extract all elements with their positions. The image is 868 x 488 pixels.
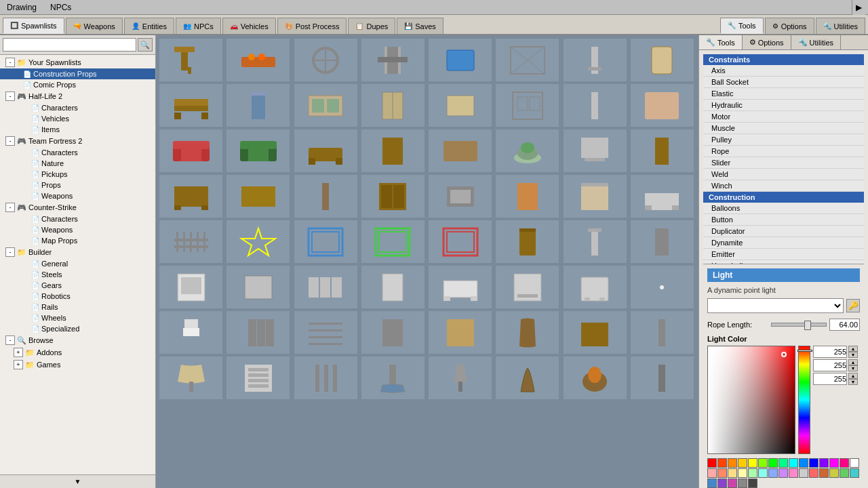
search-button[interactable]: 🔍 [138, 38, 153, 52]
c-duplicator[interactable]: Duplicator [703, 226, 864, 237]
color-swatch[interactable] [707, 468, 717, 478]
grid-item[interactable] [563, 265, 627, 309]
expand-half-life-2[interactable]: - [5, 92, 15, 101]
tree-item-counter-strike[interactable]: - 🎮 Counter-Strike [0, 201, 155, 214]
c-hydraulic[interactable]: Hydraulic [703, 100, 864, 111]
grid-item[interactable] [294, 129, 358, 173]
hue-strip[interactable] [798, 346, 810, 454]
c-rope[interactable]: Rope [703, 146, 864, 157]
color-swatch[interactable] [728, 468, 737, 478]
color-swatch[interactable] [809, 468, 818, 478]
grid-item[interactable] [226, 310, 290, 354]
grid-item[interactable] [226, 220, 290, 264]
color-swatch[interactable] [829, 458, 839, 468]
color-swatch[interactable] [789, 458, 798, 468]
c-slider[interactable]: Slider [703, 157, 864, 169]
tree-item-cs-map-props[interactable]: 📄 Map Props [0, 235, 155, 246]
grid-item[interactable] [630, 310, 694, 354]
grid-item[interactable] [495, 38, 559, 82]
grid-item[interactable] [495, 129, 559, 173]
grid-item[interactable] [563, 38, 627, 82]
color-swatch[interactable] [829, 468, 839, 478]
grid-item[interactable] [563, 356, 627, 400]
grid-item[interactable] [294, 38, 358, 82]
tab-npcs[interactable]: 👥 NPCs [176, 18, 221, 34]
grid-item[interactable] [294, 265, 358, 309]
tree-item-half-life-2[interactable]: - 🎮 Half-Life 2 [0, 90, 155, 102]
expand-games[interactable]: + [14, 360, 23, 369]
c-weld[interactable]: Weld [703, 169, 864, 180]
tree-item-builder-gears[interactable]: 📄 Gears [0, 280, 155, 291]
c-pulley[interactable]: Pulley [703, 134, 864, 146]
color-swatch[interactable] [850, 458, 859, 468]
c-button[interactable]: Button [703, 214, 864, 226]
grid-item[interactable] [294, 220, 358, 264]
grid-item[interactable] [294, 356, 358, 400]
grid-item[interactable] [159, 265, 223, 309]
tree-item-comic-props[interactable]: 📄 Comic Props [0, 79, 155, 90]
tree-item-construction-props[interactable]: 📄 Construction Props [0, 68, 155, 79]
grid-item[interactable] [495, 310, 559, 354]
grid-item[interactable] [563, 83, 627, 127]
tree-item-hl2-characters[interactable]: 📄 Characters [0, 102, 155, 113]
tree-item-your-spawnlists[interactable]: - 📁 Your Spawnlists [0, 56, 155, 68]
grid-item[interactable] [630, 174, 694, 218]
tree-item-builder-specialized[interactable]: 📄 Specialized [0, 323, 155, 334]
grid-item[interactable] [495, 174, 559, 218]
tab-vehicles[interactable]: 🚗 Vehicles [222, 18, 276, 34]
color-swatch[interactable] [778, 458, 788, 468]
color-swatch[interactable] [707, 458, 717, 468]
color-swatch[interactable] [728, 479, 737, 488]
grid-item[interactable] [159, 310, 223, 354]
light-tab-tools[interactable]: 🔧 Tools [699, 35, 743, 49]
expand-counter-strike[interactable]: - [5, 203, 15, 212]
tab-postprocess[interactable]: 🎨 Post Process [277, 18, 347, 34]
tree-item-tf2-nature[interactable]: 📄 Nature [0, 158, 155, 169]
color-swatch[interactable] [768, 468, 778, 478]
c-motor[interactable]: Motor [703, 111, 864, 123]
rgb-r-input[interactable] [813, 346, 847, 358]
rgb-g-input[interactable] [813, 359, 847, 371]
c-ball-socket[interactable]: Ball Socket [703, 77, 864, 88]
grid-item[interactable] [495, 356, 559, 400]
tab-weapons[interactable]: 🔫 Weapons [66, 18, 123, 34]
grid-item[interactable] [159, 38, 223, 82]
rgb-r-up[interactable]: ▲ [848, 346, 858, 352]
grid-item[interactable] [294, 310, 358, 354]
tab-saves[interactable]: 💾 Saves [397, 18, 443, 34]
tree-item-builder-rails[interactable]: 📄 Rails [0, 302, 155, 312]
light-tab-options[interactable]: ⚙ Options [743, 35, 791, 49]
tree-item-builder-robotics[interactable]: 📄 Robotics [0, 291, 155, 302]
rope-length-thumb[interactable] [804, 321, 811, 330]
grid-item[interactable] [563, 174, 627, 218]
color-swatch[interactable] [850, 468, 859, 478]
grid-item[interactable] [563, 220, 627, 264]
grid-item[interactable] [226, 174, 290, 218]
tab-options[interactable]: ⚙ Options [765, 18, 814, 34]
c-winch[interactable]: Winch [703, 180, 864, 192]
expand-arrow[interactable]: ▶ [852, 0, 865, 15]
color-swatch[interactable] [799, 468, 808, 478]
rgb-b-up[interactable]: ▲ [848, 373, 858, 379]
c-balloons[interactable]: Balloons [703, 203, 864, 214]
grid-item[interactable] [159, 174, 223, 218]
tree-item-tf2-characters[interactable]: 📄 Characters [0, 147, 155, 158]
color-swatch[interactable] [819, 458, 829, 468]
color-gradient[interactable] [707, 346, 795, 454]
color-swatch[interactable] [809, 458, 818, 468]
color-swatch[interactable] [738, 458, 747, 468]
color-swatch[interactable] [707, 479, 717, 488]
menu-drawing[interactable]: Drawing [3, 1, 41, 14]
tab-spawnlists[interactable]: 🔲 Spawnlists [3, 18, 64, 34]
grid-item[interactable] [361, 129, 425, 173]
tree-item-builder[interactable]: - 📁 Builder [0, 246, 155, 258]
grid-item[interactable] [495, 83, 559, 127]
grid-item[interactable] [159, 356, 223, 400]
grid-item[interactable] [226, 265, 290, 309]
color-swatch[interactable] [748, 468, 757, 478]
grid-item[interactable] [428, 83, 492, 127]
expand-builder[interactable]: - [5, 247, 15, 257]
color-swatch[interactable] [738, 468, 747, 478]
grid-item[interactable] [630, 83, 694, 127]
tree-item-builder-steels[interactable]: 📄 Steels [0, 269, 155, 280]
